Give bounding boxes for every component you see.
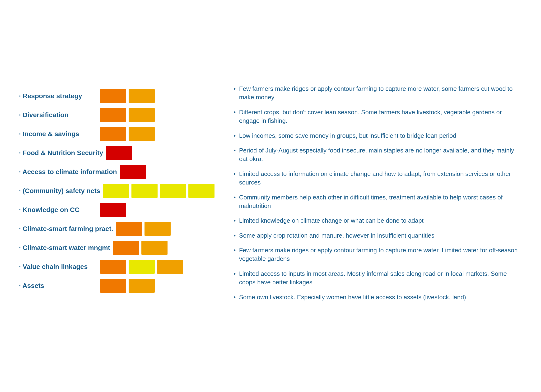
bar-group	[100, 108, 155, 122]
bullet-text: Few farmers make ridges or apply contour…	[239, 84, 522, 102]
row-label: · Climate-smart farming pract.	[19, 225, 113, 233]
bullet-list: •Few farmers make ridges or apply contou…	[234, 84, 522, 301]
rows-container: · Response strategy· Diversification· In…	[19, 89, 214, 297]
bar-cell	[106, 146, 132, 160]
list-item: •Community members help each other in di…	[234, 193, 522, 210]
bullet-text: Some apply crop rotation and manure, how…	[239, 231, 434, 240]
row-label: · Value chain linkages	[19, 263, 97, 271]
list-item: •Few farmers make ridges or apply contou…	[234, 84, 522, 102]
table-row: · Response strategy	[19, 89, 214, 103]
table-row: · Value chain linkages	[19, 259, 214, 274]
bullet-dot: •	[234, 269, 236, 287]
bar-group	[100, 203, 126, 217]
bar-cell	[129, 89, 155, 103]
bar-group	[100, 127, 155, 141]
bar-cell	[131, 184, 158, 198]
bar-cell	[141, 241, 167, 255]
bar-cell	[113, 241, 139, 255]
bullet-dot: •	[234, 170, 236, 187]
bar-group	[103, 184, 214, 198]
bar-cell	[160, 184, 186, 198]
bullet-dot: •	[234, 246, 236, 263]
bullet-dot: •	[234, 131, 236, 140]
table-row: · Climate-smart water mngmt	[19, 240, 214, 255]
row-label: · (Community) safety nets	[19, 187, 100, 195]
bar-cell	[188, 184, 214, 198]
right-section: •Few farmers make ridges or apply contou…	[234, 84, 522, 308]
bar-cell	[129, 108, 155, 122]
bullet-text: Some own livestock. Especially women hav…	[239, 293, 466, 301]
bullet-text: Few farmers make ridges or apply contour…	[239, 246, 522, 263]
bar-cell	[116, 222, 142, 236]
bar-cell	[103, 184, 129, 198]
bullet-text: Low incomes, some save money in groups, …	[239, 131, 456, 140]
bullet-dot: •	[234, 146, 236, 163]
bullet-dot: •	[234, 231, 236, 240]
bar-cell	[100, 279, 126, 293]
bullet-dot: •	[234, 293, 236, 301]
bar-group	[120, 165, 146, 179]
table-row: · Assets	[19, 279, 214, 293]
table-row: · Food & Nutrition Security	[19, 146, 214, 160]
list-item: •Limited knowledge on climate change or …	[234, 216, 522, 225]
bar-group	[113, 241, 167, 255]
table-row: · Climate-smart farming pract.	[19, 222, 214, 236]
bullet-text: Limited access to inputs in most areas. …	[239, 269, 522, 287]
bar-cell	[100, 203, 126, 217]
row-label: · Response strategy	[19, 92, 97, 100]
bullet-dot: •	[234, 84, 236, 102]
table-row: · Income & savings	[19, 127, 214, 141]
bar-cell	[100, 127, 126, 141]
list-item: •Some apply crop rotation and manure, ho…	[234, 231, 522, 240]
row-label: · Diversification	[19, 111, 97, 119]
list-item: •Some own livestock. Especially women ha…	[234, 293, 522, 301]
bar-group	[116, 222, 171, 236]
table-row: · Access to climate information	[19, 165, 214, 179]
bar-group	[100, 279, 155, 293]
bar-cell	[129, 260, 155, 274]
list-item: •Limited access to inputs in most areas.…	[234, 269, 522, 287]
bar-cell	[100, 260, 126, 274]
bar-cell	[100, 108, 126, 122]
bullet-dot: •	[234, 108, 236, 125]
bar-group	[100, 260, 183, 274]
table-row: · Diversification	[19, 108, 214, 122]
bar-cell	[157, 260, 183, 274]
bar-cell	[120, 165, 146, 179]
row-label: · Knowledge on CC	[19, 206, 97, 214]
list-item: •Limited access to information on climat…	[234, 170, 522, 187]
main-container: · Response strategy· Diversification· In…	[0, 70, 541, 322]
bullet-text: Limited knowledge on climate change or w…	[239, 216, 424, 225]
bar-cell	[145, 222, 171, 236]
table-row: · Knowledge on CC	[19, 202, 214, 217]
table-row: · (Community) safety nets	[19, 184, 214, 198]
row-label: · Food & Nutrition Security	[19, 149, 103, 157]
left-section: · Response strategy· Diversification· In…	[19, 84, 214, 297]
row-label: · Income & savings	[19, 130, 97, 138]
bullet-dot: •	[234, 216, 236, 225]
bar-group	[100, 89, 155, 103]
bar-cell	[100, 89, 126, 103]
list-item: •Period of July-August especially food i…	[234, 146, 522, 163]
list-item: •Few farmers make ridges or apply contou…	[234, 246, 522, 263]
bar-cell	[129, 279, 155, 293]
bullet-text: Limited access to information on climate…	[239, 170, 522, 187]
bullet-text: Community members help each other in dif…	[239, 193, 522, 210]
row-label: · Assets	[19, 282, 97, 289]
bullet-text: Period of July-August especially food in…	[239, 146, 522, 163]
bar-group	[106, 146, 132, 160]
bar-cell	[129, 127, 155, 141]
row-label: · Access to climate information	[19, 168, 117, 176]
list-item: •Different crops, but don't cover lean s…	[234, 108, 522, 125]
bullet-text: Different crops, but don't cover lean se…	[239, 108, 522, 125]
list-item: •Low incomes, some save money in groups,…	[234, 131, 522, 140]
row-label: · Climate-smart water mngmt	[19, 244, 110, 252]
bullet-dot: •	[234, 193, 236, 210]
